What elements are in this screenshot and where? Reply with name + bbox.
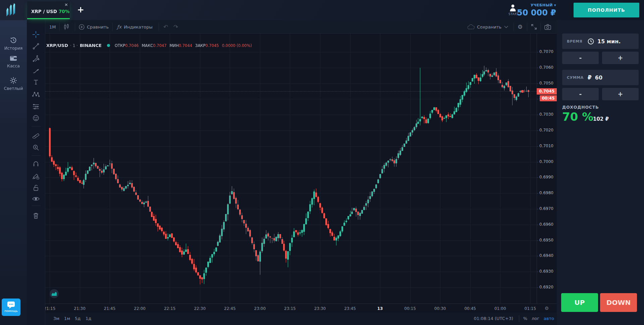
countdown-label: 00:45	[540, 95, 557, 101]
legend-exchange: BINANCE	[80, 43, 102, 48]
user-icon	[508, 3, 517, 12]
time-field[interactable]: ВРЕМЯ 15 мин.	[562, 34, 639, 49]
emoji-tool[interactable]	[31, 113, 41, 123]
time-tick: 23:15	[281, 306, 298, 311]
trend-line-tool[interactable]	[31, 41, 41, 51]
chart-settings-button[interactable]: ⚙	[518, 20, 523, 34]
account-type-dropdown[interactable]: УЧЕБНЫЙ ▾	[531, 3, 556, 7]
fullscreen-icon	[531, 24, 537, 30]
time-tick: 21:30	[71, 306, 88, 311]
zoom-in-tool[interactable]	[31, 143, 41, 153]
percent-scale-button[interactable]: %	[523, 316, 527, 321]
chart-toolbar: 1М Сравнить ƒx Индикаторы ↶	[45, 20, 557, 34]
axis-settings-gear[interactable]: ⚙	[537, 304, 557, 313]
account-balance: 50 000 ₽	[517, 8, 556, 17]
time-tick: 22:30	[192, 306, 208, 311]
payout-percent: 70 %	[562, 110, 593, 123]
text-tool[interactable]	[31, 77, 41, 87]
price-tick: 0.6980	[539, 191, 553, 195]
account-avatar[interactable]: START	[508, 3, 517, 15]
compare-icon	[79, 24, 85, 30]
time-tick: 00:30	[432, 306, 448, 311]
fullscreen-button[interactable]	[531, 20, 537, 34]
sidebar-item-history[interactable]: История	[0, 36, 27, 51]
range-3m-button[interactable]: 3м	[53, 316, 59, 321]
hide-drawings-tool[interactable]	[31, 194, 41, 204]
price-tick: 0.7060	[539, 65, 553, 70]
drawing-tools-panel	[27, 20, 45, 325]
log-scale-button[interactable]: лог	[532, 316, 539, 321]
current-price-label: 0.7045	[537, 88, 557, 95]
drawing-mode-tool[interactable]	[31, 172, 41, 182]
history-icon	[9, 36, 17, 44]
amount-field-label: СУММА	[567, 75, 588, 80]
help-button[interactable]: помощь	[2, 299, 20, 316]
down-button[interactable]: DOWN	[600, 293, 637, 312]
chat-icon	[7, 301, 15, 309]
remove-drawings-tool[interactable]	[31, 211, 41, 221]
range-1d-button[interactable]: 1д	[86, 316, 91, 321]
time-tick: 21:45	[101, 306, 118, 311]
interval-button[interactable]: 1М	[49, 20, 56, 34]
trade-panel: ВРЕМЯ 15 мин. - + СУММА ₽ 60 - + ДОХОДНО…	[557, 20, 644, 325]
legend-high: 0.7047	[153, 43, 166, 48]
pitchfork-tool[interactable]	[31, 54, 41, 64]
camera-icon	[544, 24, 551, 30]
sidebar-item-label: Касса	[0, 63, 27, 68]
app-logo-icon[interactable]	[4, 3, 20, 18]
time-tick: 00:45	[462, 306, 479, 311]
amount-plus-button[interactable]: +	[602, 88, 639, 100]
candlestick-style-icon	[63, 23, 69, 30]
time-plus-button[interactable]: +	[602, 52, 639, 64]
range-1m-button[interactable]: 1м	[64, 316, 70, 321]
ruler-tool[interactable]	[31, 130, 41, 140]
area-chart-icon	[52, 292, 57, 296]
tab-xrp-usd[interactable]: XRP / USD70% ×	[27, 1, 70, 19]
time-tick: 23:45	[342, 306, 359, 311]
save-layout-button[interactable]: Сохранить	[467, 20, 507, 34]
chart-plot-area[interactable]	[45, 34, 537, 304]
range-5d-button[interactable]: 5д	[75, 316, 80, 321]
pane-maximize-button[interactable]	[50, 289, 59, 298]
ruble-icon: ₽	[588, 74, 592, 81]
chart-legend: XRP/USD · 1 · BINANCE ОТКР0.7046 МАКС0.7…	[46, 43, 252, 48]
trading-app: XRP / USD70% × + START УЧЕБНЫЙ ▾ 50 000 …	[0, 0, 644, 325]
time-tick: 22:45	[221, 306, 238, 311]
time-minus-button[interactable]: -	[562, 52, 599, 64]
time-axis[interactable]: 21:1521:3021:4522:0022:1522:3022:4523:00…	[45, 304, 537, 313]
legend-open: 0.7046	[125, 43, 139, 48]
undo-button[interactable]: ↶	[163, 20, 168, 34]
magnet-tool[interactable]	[31, 159, 41, 169]
app-sidebar: История Касса Светлый	[0, 20, 27, 325]
payout-label: ДОХОДНОСТЬ	[562, 105, 599, 110]
time-tick: 22:15	[161, 306, 178, 311]
sidebar-item-theme[interactable]: Светлый	[0, 76, 27, 91]
sidebar-item-label: Светлый	[0, 86, 27, 91]
screenshot-button[interactable]	[544, 20, 551, 34]
indicators-button[interactable]: ƒx Индикаторы	[117, 20, 153, 34]
fx-icon: ƒx	[117, 24, 121, 30]
deposit-button[interactable]: ПОПОЛНИТЬ	[574, 3, 639, 17]
brush-tool[interactable]	[31, 66, 41, 76]
price-axis[interactable]: 0.70700.70600.70500.70400.70300.70200.70…	[537, 34, 557, 304]
auto-scale-button[interactable]: авто	[544, 316, 554, 321]
amount-minus-button[interactable]: -	[562, 88, 599, 100]
xabcd-pattern-tool[interactable]	[31, 90, 41, 100]
sidebar-item-cashier[interactable]: Касса	[0, 55, 27, 68]
redo-button[interactable]: ↷	[173, 20, 178, 34]
lock-tool[interactable]	[31, 183, 41, 193]
candlestick-canvas[interactable]	[45, 34, 537, 304]
time-tick: 01:15	[522, 306, 537, 311]
tab-close-icon[interactable]: ×	[64, 2, 68, 7]
forecast-tool[interactable]	[31, 102, 41, 112]
compare-button[interactable]: Сравнить	[79, 20, 109, 34]
legend-symbol[interactable]: XRP/USD	[46, 43, 68, 48]
clock-utc[interactable]: 01:08:14 (UTC+3)	[474, 316, 513, 321]
add-tab-button[interactable]: +	[77, 5, 84, 14]
up-button[interactable]: UP	[561, 293, 598, 312]
chart-style-button[interactable]	[63, 20, 72, 34]
crosshair-tool[interactable]	[31, 30, 41, 40]
amount-field[interactable]: СУММА ₽ 60	[562, 70, 639, 85]
legend-low: 0.7044	[179, 43, 192, 48]
time-tick: 00:15	[402, 306, 419, 311]
